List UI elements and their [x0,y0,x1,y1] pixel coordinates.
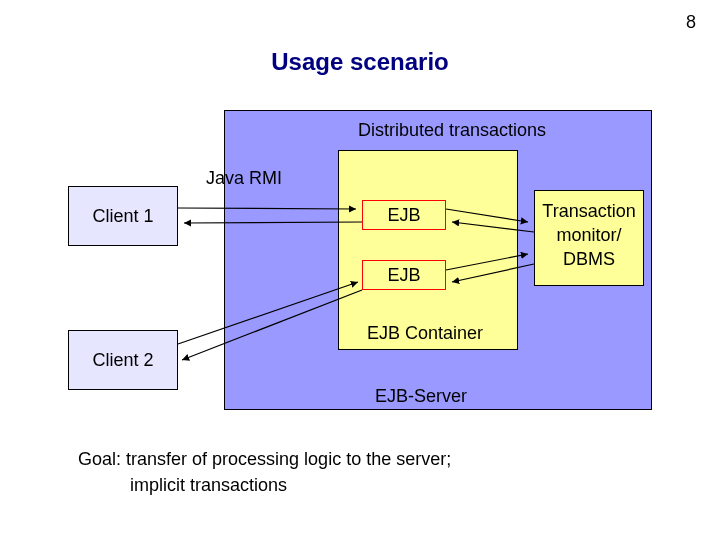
ejb-container-label: EJB Container [367,323,483,344]
ejb-container-box: EJB Container [338,150,518,350]
page-number: 8 [686,12,696,33]
goal-line-2: implicit transactions [78,475,287,495]
goal-line-1: Goal: transfer of processing logic to th… [78,449,451,469]
tm-line3: DBMS [563,249,615,269]
ejb-box-2: EJB [362,260,446,290]
client-2-box: Client 2 [68,330,178,390]
client-1-box: Client 1 [68,186,178,246]
distributed-transactions-label: Distributed transactions [358,120,546,141]
tm-line2: monitor/ [556,225,621,245]
transaction-monitor-box: Transaction monitor/ DBMS [534,190,644,286]
slide-stage: 8 Usage scenario EJB-Server EJB Containe… [0,0,720,540]
ejb-box-1: EJB [362,200,446,230]
slide-title: Usage scenario [0,48,720,76]
tm-line1: Transaction [542,201,635,221]
java-rmi-label: Java RMI [206,168,282,189]
ejb-server-label: EJB-Server [375,386,467,407]
goal-text: Goal: transfer of processing logic to th… [78,446,451,498]
